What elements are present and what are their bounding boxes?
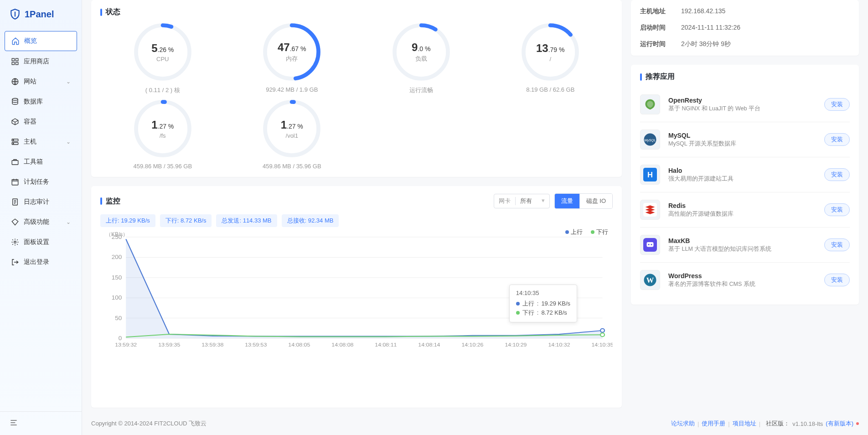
footer-link-forum[interactable]: 论坛求助 <box>671 419 695 428</box>
nav-label: 计划任务 <box>24 178 49 186</box>
recommend-apps: OpenResty 基于 NGINX 和 LuaJIT 的 Web 平台 安装 … <box>640 87 850 297</box>
legend-down[interactable]: 下行 <box>591 228 608 236</box>
app-name: MySQL <box>668 132 736 139</box>
app-desc: 基于 LLM 大语言模型的知识库问答系统 <box>668 245 771 253</box>
container-icon <box>11 118 19 126</box>
svg-text:50: 50 <box>115 315 122 321</box>
redis-icon <box>640 200 660 220</box>
nav-item-11[interactable]: 退出登录 <box>5 253 77 272</box>
svg-point-51 <box>600 333 604 337</box>
svg-point-5 <box>12 98 18 101</box>
nav-item-4[interactable]: 容器 <box>5 112 77 131</box>
stat-tag-1: 下行: 8.72 KB/s <box>160 214 212 227</box>
nav-item-2[interactable]: 网站⌄ <box>5 72 77 91</box>
app-item-4: MaxKB 基于 LLM 大语言模型的知识库问答系统 安装 <box>640 227 850 262</box>
chart-tooltip: 14:10:35 上行: 19.29 KB/s 下行: 8.72 KB/s <box>509 285 577 322</box>
chart-container: （KB/s） 上行 下行 05010015020025013:59:3213:5… <box>100 231 613 349</box>
app-desc: 基于 NGINX 和 LuaJIT 的 Web 平台 <box>668 105 760 113</box>
tooltip-time: 14:10:35 <box>516 290 570 296</box>
shield-icon <box>9 8 21 20</box>
svg-text:14:10:29: 14:10:29 <box>505 342 527 347</box>
nav-label: 高级功能 <box>24 218 49 226</box>
svg-text:13:59:35: 13:59:35 <box>158 342 181 347</box>
nav-item-0[interactable]: 概览 <box>5 31 77 51</box>
footer-links: 论坛求助| 使用手册| 项目地址| 社区版： v1.10.18-lts (有新版… <box>671 419 859 428</box>
svg-text:14:08:08: 14:08:08 <box>331 342 353 347</box>
nav-item-7[interactable]: 计划任务 <box>5 172 77 192</box>
monitor-card: 监控 网卡 所有 流量 磁盘 IO 上行: 19.29 <box>91 186 622 408</box>
gauge-0[interactable]: 5.26 % CPU ( 0.11 / 2 ) 核 <box>100 22 225 94</box>
app-desc: MySQL 开源关系型数据库 <box>668 140 736 148</box>
svg-rect-11 <box>12 180 18 185</box>
maxkb-icon <box>640 235 660 255</box>
svg-point-8 <box>13 140 14 141</box>
grid-icon <box>11 57 19 66</box>
app-item-5: W WordPress 著名的开源博客软件和 CMS 系统 安装 <box>640 262 850 297</box>
sysinfo-card: 主机地址192.168.42.135启动时间2024-11-11 11:32:2… <box>631 0 859 56</box>
sysinfo-row-1: 启动时间2024-11-11 11:32:26 <box>640 24 850 32</box>
svg-text:150: 150 <box>112 274 122 281</box>
svg-point-50 <box>600 329 604 332</box>
app-desc: 强大易用的开源建站工具 <box>668 175 734 183</box>
svg-point-9 <box>13 143 14 144</box>
app-name: Halo <box>668 167 734 174</box>
app-item-1: MySQL MySQL MySQL 开源关系型数据库 安装 <box>640 122 850 157</box>
chevron-down-icon: ⌄ <box>66 219 71 225</box>
svg-text:14:08:11: 14:08:11 <box>375 342 397 347</box>
brand-logo[interactable]: 1Panel <box>0 0 82 28</box>
nic-select[interactable]: 网卡 所有 <box>494 194 550 208</box>
nav-item-5[interactable]: 主机⌄ <box>5 132 77 151</box>
tab-traffic[interactable]: 流量 <box>555 194 579 208</box>
nav-item-9[interactable]: 高级功能⌄ <box>5 212 77 232</box>
nav-item-6[interactable]: 工具箱 <box>5 152 77 171</box>
collapse-sidebar-button[interactable] <box>0 411 82 435</box>
wordpress-icon: W <box>640 270 660 290</box>
install-button[interactable]: 安装 <box>824 168 850 181</box>
nav-label: 日志审计 <box>24 198 49 206</box>
copyright: Copyright © 2014-2024 FIT2CLOUD 飞致云 <box>91 419 207 428</box>
recommend-title: 推荐应用 <box>640 72 850 82</box>
install-button[interactable]: 安装 <box>824 274 850 286</box>
svg-text:13:59:53: 13:59:53 <box>245 342 267 347</box>
monitor-title: 监控 <box>100 197 120 206</box>
gauge-1[interactable]: 47.67 % 内存 929.42 MB / 1.9 GB <box>230 22 355 94</box>
logout-icon <box>11 258 19 266</box>
nav-item-10[interactable]: 面板设置 <box>5 233 77 252</box>
install-button[interactable]: 安装 <box>824 203 850 216</box>
new-version-link[interactable]: (有新版本) <box>826 419 853 428</box>
gauge-3[interactable]: 13.79 % / 8.19 GB / 62.6 GB <box>488 22 613 94</box>
nav-item-8[interactable]: 日志审计 <box>5 192 77 212</box>
install-button[interactable]: 安装 <box>824 238 850 251</box>
log-icon <box>11 198 19 206</box>
install-button[interactable]: 安装 <box>824 133 850 146</box>
globe-icon <box>11 78 19 86</box>
nav-label: 工具箱 <box>24 158 43 166</box>
install-button[interactable]: 安装 <box>824 98 850 111</box>
app-name: WordPress <box>668 272 755 280</box>
home-icon <box>11 37 20 45</box>
gauge-5[interactable]: 1.27 % /vol1 459.86 MB / 35.96 GB <box>230 99 355 170</box>
halo-icon: H <box>640 165 660 185</box>
server-icon <box>11 138 19 146</box>
stat-tag-3: 总接收: 92.34 MB <box>282 214 339 227</box>
app-item-0: OpenResty 基于 NGINX 和 LuaJIT 的 Web 平台 安装 <box>640 87 850 122</box>
svg-text:0: 0 <box>119 335 122 342</box>
main-content: 状态 5.26 % CPU ( 0.11 / 2 ) 核 47.67 % 内存 <box>82 0 868 435</box>
svg-text:14:10:26: 14:10:26 <box>461 342 483 347</box>
svg-text:14:10:32: 14:10:32 <box>548 342 570 347</box>
svg-rect-3 <box>16 62 18 65</box>
svg-rect-2 <box>12 62 14 65</box>
mysql-icon: MySQL <box>640 129 660 150</box>
svg-text:13:59:32: 13:59:32 <box>115 342 137 347</box>
toolbox-icon <box>11 158 19 166</box>
tab-disk-io[interactable]: 磁盘 IO <box>579 194 612 208</box>
nav-item-1[interactable]: 应用商店 <box>5 52 77 71</box>
nav-label: 面板设置 <box>24 238 49 246</box>
gauge-4[interactable]: 1.27 % /fs 459.86 MB / 35.96 GB <box>100 99 225 170</box>
footer-link-docs[interactable]: 使用手册 <box>702 419 725 428</box>
gauge-2[interactable]: 9.0 % 负载 运行流畅 <box>359 22 484 94</box>
footer-link-repo[interactable]: 项目地址 <box>733 419 756 428</box>
legend-up[interactable]: 上行 <box>565 228 583 236</box>
nav-item-3[interactable]: 数据库 <box>5 92 77 111</box>
nic-select-value: 所有 <box>516 197 549 205</box>
